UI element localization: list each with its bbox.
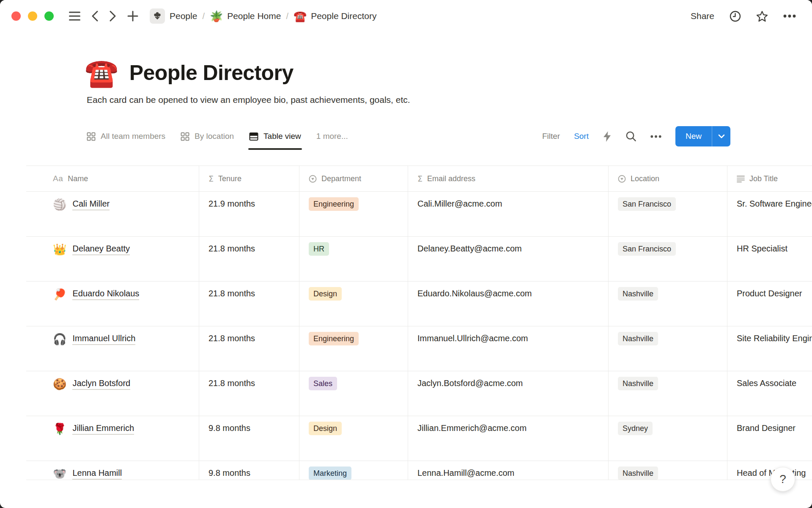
- department-cell[interactable]: HR: [299, 237, 408, 281]
- tenure-cell[interactable]: 21.8 months: [199, 371, 299, 416]
- column-label: Name: [68, 174, 88, 183]
- column-label: Job Title: [749, 174, 778, 183]
- view-options-ellipsis-icon[interactable]: [650, 135, 661, 138]
- window-topbar: People / 🪴 People Home / ☎️ People Direc…: [0, 0, 812, 32]
- search-icon[interactable]: [625, 131, 636, 142]
- page-title[interactable]: People Directory: [129, 61, 294, 85]
- department-cell[interactable]: Sales: [299, 371, 408, 416]
- breadcrumb-item-people-home[interactable]: People Home: [227, 11, 281, 21]
- person-page-link[interactable]: Eduardo Nikolaus: [72, 289, 139, 300]
- email-cell[interactable]: Immanuel.Ullrich@acme.com: [408, 326, 609, 371]
- table-row: 👑Delaney Beatty21.8 monthsHRDelaney.Beat…: [26, 237, 812, 282]
- tenure-cell[interactable]: 9.8 months: [199, 416, 299, 461]
- tenure-cell[interactable]: 21.8 months: [199, 326, 299, 371]
- sort-button[interactable]: Sort: [574, 132, 589, 141]
- automations-bolt-icon[interactable]: [603, 131, 612, 142]
- tenure-cell[interactable]: 21.8 months: [199, 237, 299, 281]
- person-page-link[interactable]: Delaney Beatty: [72, 244, 130, 255]
- person-page-link[interactable]: Jaclyn Botsford: [72, 378, 130, 390]
- location-tag: San Francisco: [618, 242, 676, 256]
- person-emoji: 🎧: [53, 334, 66, 345]
- person-page-link[interactable]: Jillian Emmerich: [72, 423, 134, 435]
- name-cell[interactable]: 👑Delaney Beatty: [26, 237, 199, 281]
- email-cell[interactable]: Jaclyn.Botsford@acme.com: [408, 371, 609, 416]
- page-icon-red-telephone[interactable]: ☎️: [85, 59, 118, 86]
- job-title-cell[interactable]: Product Designer: [727, 282, 812, 326]
- column-header-job-title[interactable]: Job Title: [727, 166, 812, 191]
- page-description[interactable]: Each card can be opened to view an emplo…: [87, 95, 812, 105]
- workspace-flower-icon[interactable]: [150, 8, 165, 24]
- new-button[interactable]: New: [675, 126, 712, 146]
- department-cell[interactable]: Design: [299, 416, 408, 461]
- department-cell[interactable]: Engineering: [299, 192, 408, 236]
- location-cell[interactable]: Nashville: [609, 371, 727, 416]
- tenure-cell[interactable]: 21.8 months: [199, 282, 299, 326]
- new-dropdown-chevron-icon[interactable]: [712, 126, 730, 146]
- share-button[interactable]: Share: [691, 11, 714, 21]
- table-row: 🍪Jaclyn Botsford21.8 monthsSalesJaclyn.B…: [26, 371, 812, 416]
- location-cell[interactable]: Sydney: [609, 416, 727, 461]
- email-cell[interactable]: Delaney.Beatty@acme.com: [408, 237, 609, 281]
- person-page-link[interactable]: Immanuel Ullrich: [72, 334, 135, 345]
- location-tag: Nashville: [618, 377, 658, 390]
- location-cell[interactable]: Nashville: [609, 282, 727, 326]
- location-cell[interactable]: Nashville: [609, 326, 727, 371]
- tab-by-location[interactable]: By location: [181, 123, 234, 150]
- zoom-window-button[interactable]: [44, 11, 54, 21]
- filter-button[interactable]: Filter: [542, 132, 560, 141]
- help-button[interactable]: ?: [771, 467, 795, 491]
- department-cell[interactable]: Design: [299, 282, 408, 326]
- close-window-button[interactable]: [11, 11, 21, 21]
- person-page-link[interactable]: Lenna Hamill: [72, 468, 122, 480]
- tab-all-team-members[interactable]: All team members: [87, 123, 165, 150]
- name-cell[interactable]: 🐨Lenna Hamill: [26, 461, 199, 480]
- column-header-tenure[interactable]: Σ Tenure: [199, 166, 299, 191]
- name-cell[interactable]: 🍪Jaclyn Botsford: [26, 371, 199, 416]
- new-tab-plus-icon[interactable]: [127, 11, 138, 22]
- more-views-button[interactable]: 1 more...: [316, 132, 348, 141]
- column-header-name[interactable]: Aa Name: [26, 166, 199, 191]
- tab-table-view[interactable]: Table view: [249, 123, 301, 150]
- minimize-window-button[interactable]: [28, 11, 37, 21]
- job-title-cell[interactable]: Site Reliability Engineer: [727, 326, 812, 371]
- gallery-view-icon: [181, 132, 189, 141]
- job-title-cell[interactable]: Head of Marketing: [727, 461, 812, 480]
- location-cell[interactable]: Nashville: [609, 461, 727, 480]
- location-cell[interactable]: San Francisco: [609, 237, 727, 281]
- job-title-cell[interactable]: Sr. Software Engineer: [727, 192, 812, 236]
- column-header-department[interactable]: Department: [299, 166, 408, 191]
- department-cell[interactable]: Engineering: [299, 326, 408, 371]
- breadcrumb-item-people[interactable]: People: [170, 11, 197, 21]
- tab-label: Table view: [263, 132, 301, 141]
- column-header-email-address[interactable]: Σ Email address: [408, 166, 609, 191]
- email-cell[interactable]: Eduardo.Nikolaus@acme.com: [408, 282, 609, 326]
- person-page-link[interactable]: Cali Miller: [72, 199, 110, 210]
- email-cell[interactable]: Cali.Miller@acme.com: [408, 192, 609, 236]
- email-cell[interactable]: Lenna.Hamill@acme.com: [408, 461, 609, 480]
- column-label: Location: [631, 174, 659, 183]
- email-cell[interactable]: Jillian.Emmerich@acme.com: [408, 416, 609, 461]
- breadcrumb-item-people-directory[interactable]: People Directory: [311, 11, 376, 21]
- name-cell[interactable]: 🌹Jillian Emmerich: [26, 416, 199, 461]
- location-tag: Nashville: [618, 467, 658, 480]
- forward-icon[interactable]: [110, 11, 116, 22]
- name-cell[interactable]: 🏓Eduardo Nikolaus: [26, 282, 199, 326]
- column-header-location[interactable]: Location: [609, 166, 727, 191]
- tenure-cell[interactable]: 21.9 months: [199, 192, 299, 236]
- job-title-cell[interactable]: Sales Associate: [727, 371, 812, 416]
- select-property-icon: [618, 175, 626, 183]
- notion-window: People / 🪴 People Home / ☎️ People Direc…: [0, 0, 812, 508]
- name-cell[interactable]: 🏐Cali Miller: [26, 192, 199, 236]
- job-title-cell[interactable]: HR Specialist: [727, 237, 812, 281]
- sidebar-menu-icon[interactable]: [69, 11, 80, 21]
- job-title-cell[interactable]: Brand Designer: [727, 416, 812, 461]
- formula-property-icon: Σ: [208, 174, 214, 183]
- name-cell[interactable]: 🎧Immanuel Ullrich: [26, 326, 199, 371]
- department-cell[interactable]: Marketing: [299, 461, 408, 480]
- back-icon[interactable]: [92, 11, 98, 22]
- more-options-icon[interactable]: [783, 14, 796, 18]
- location-cell[interactable]: San Francisco: [609, 192, 727, 236]
- tenure-cell[interactable]: 9.8 months: [199, 461, 299, 480]
- favorite-star-icon[interactable]: [756, 11, 768, 22]
- updates-clock-icon[interactable]: [730, 11, 741, 22]
